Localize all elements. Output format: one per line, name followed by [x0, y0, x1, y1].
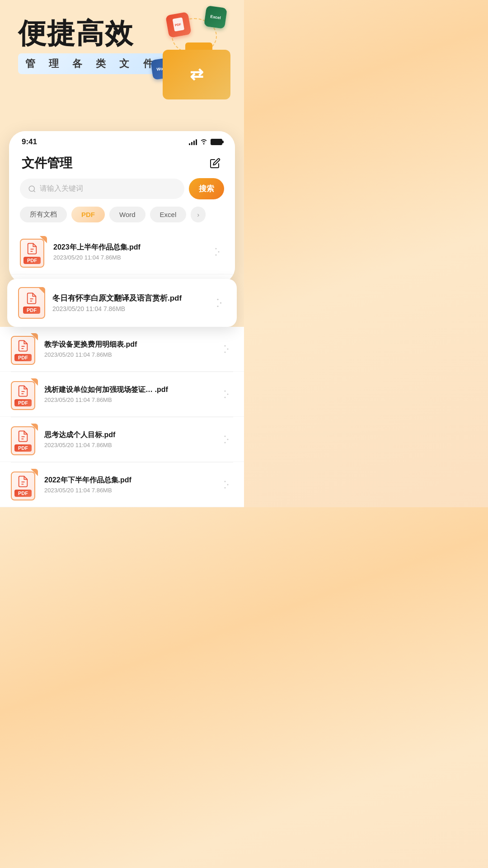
filter-tab-excel[interactable]: Excel	[150, 207, 187, 222]
pdf-file-icon: PDF	[20, 236, 47, 268]
dots-icon	[220, 479, 230, 490]
file-name: 教学设备更换费用明细表.pdf	[44, 340, 211, 349]
filter-tabs: 所有文档 PDF Word Excel ›	[9, 207, 235, 230]
pdf-file-icon-4: PDF	[11, 378, 38, 410]
floating-file-icon: PDF	[18, 287, 45, 319]
pdf-label: PDF	[14, 490, 32, 497]
file-item[interactable]: PDF 2023年上半年作品总集.pdf 2023/05/20 11:04 7.…	[9, 230, 235, 274]
file-meta: 2023/05/20 11:04 7.86MB	[44, 487, 211, 494]
floating-file-name: 冬日有怀李白原文翻译及语言赏析.pdf	[52, 293, 202, 303]
svg-point-20	[225, 487, 226, 489]
pdf-svg	[17, 385, 29, 397]
pdf-label-floating: PDF	[23, 307, 40, 314]
more-options-button[interactable]	[217, 476, 233, 493]
file-meta: 2023/05/20 11:04 7.86MB	[44, 396, 211, 403]
svg-point-14	[225, 397, 226, 398]
svg-point-3	[216, 248, 217, 250]
pdf-svg	[17, 340, 29, 352]
phone-mockup: 9:41 文件管理	[9, 131, 235, 283]
dots-icon	[220, 389, 230, 400]
file-info: 教学设备更换费用明细表.pdf 2023/05/20 11:04 7.86MB	[44, 340, 211, 358]
status-time: 9:41	[22, 137, 37, 146]
filter-tab-more[interactable]: ›	[191, 207, 206, 222]
svg-point-6	[217, 299, 218, 300]
search-placeholder: 请输入关键词	[40, 184, 83, 193]
file-meta: 2023/05/20 11:04 7.86MB	[44, 351, 211, 358]
app-header: 文件管理	[9, 150, 235, 178]
more-options-button[interactable]	[217, 341, 233, 357]
file-icon: PDF	[20, 236, 47, 268]
status-bar: 9:41	[9, 131, 235, 150]
edit-button[interactable]	[208, 156, 222, 170]
svg-point-16	[227, 439, 229, 440]
more-options-button[interactable]	[217, 386, 233, 402]
file-item[interactable]: PDF 浅析建设单位如何加强现场签证… .pdf 2023/05/20 11:0…	[0, 372, 244, 417]
file-meta: 2023/05/20 11:04 7.86MB	[53, 254, 202, 261]
file-item[interactable]: PDF 思考达成个人目标.pdf 2023/05/20 11:04 7.86MB	[0, 417, 244, 462]
filter-tab-pdf[interactable]: PDF	[71, 207, 105, 222]
pdf-file-icon-5: PDF	[11, 424, 38, 455]
pdf-file-icon-floating: PDF	[18, 287, 45, 319]
battery-icon	[211, 139, 222, 145]
pdf-badge-label: PDF	[171, 17, 186, 33]
file-item[interactable]: PDF 2022年下半年作品总集.pdf 2023/05/20 11:04 7.…	[0, 462, 244, 507]
file-icon: PDF	[11, 378, 38, 410]
status-icons	[189, 138, 222, 146]
pdf-svg	[26, 242, 38, 255]
filter-tab-all[interactable]: 所有文档	[20, 207, 67, 222]
svg-point-10	[227, 349, 229, 350]
pdf-file-icon-6: PDF	[11, 469, 38, 500]
svg-point-18	[225, 481, 226, 482]
pdf-svg	[17, 430, 29, 443]
floating-dots-icon	[212, 297, 224, 309]
filter-tab-word[interactable]: Word	[109, 207, 145, 222]
search-button[interactable]: 搜索	[189, 178, 224, 199]
more-options-button[interactable]	[217, 431, 233, 448]
pdf-label: PDF	[14, 354, 32, 361]
svg-point-17	[225, 442, 226, 443]
file-name: 思考达成个人目标.pdf	[44, 430, 211, 440]
excel-badge-label: Excel	[210, 14, 221, 20]
pdf-label: PDF	[14, 444, 32, 452]
svg-point-13	[227, 394, 229, 395]
svg-point-11	[225, 352, 226, 353]
svg-point-9	[225, 345, 226, 347]
hero-subtitle: 管 理 各 类 文 件	[18, 53, 166, 74]
file-icon: PDF	[11, 333, 38, 365]
search-input-wrap[interactable]: 请输入关键词	[20, 179, 184, 199]
hero-illustration: PDF Excel Word ⇄	[145, 5, 235, 104]
file-info: 2022年下半年作品总集.pdf 2023/05/20 11:04 7.86MB	[44, 476, 211, 494]
file-icon: PDF	[11, 424, 38, 455]
file-item[interactable]: PDF 教学设备更换费用明细表.pdf 2023/05/20 11:04 7.8…	[0, 327, 244, 372]
file-info: 思考达成个人目标.pdf 2023/05/20 11:04 7.86MB	[44, 430, 211, 448]
file-info: 2023年上半年作品总集.pdf 2023/05/20 11:04 7.86MB	[53, 243, 202, 261]
folder-body: ⇄	[163, 50, 230, 99]
svg-point-8	[217, 306, 218, 307]
signal-icon	[189, 139, 197, 145]
file-meta: 2023/05/20 11:04 7.86MB	[44, 442, 211, 448]
file-list: PDF 2023年上半年作品总集.pdf 2023/05/20 11:04 7.…	[9, 230, 235, 283]
floating-more-options-button[interactable]	[210, 295, 226, 311]
file-name: 2022年下半年作品总集.pdf	[44, 476, 211, 485]
excel-badge-icon: Excel	[204, 5, 227, 29]
pdf-svg	[17, 475, 29, 488]
floating-file-item[interactable]: PDF 冬日有怀李白原文翻译及语言赏析.pdf 2023/05/20 11:04…	[7, 279, 237, 327]
hero-section: 便捷高效 管 理 各 类 文 件 PDF Ex	[0, 0, 244, 127]
file-name: 2023年上半年作品总集.pdf	[53, 243, 202, 252]
floating-file-meta: 2023/05/20 11:04 7.86MB	[52, 305, 202, 312]
floating-file-info: 冬日有怀李白原文翻译及语言赏析.pdf 2023/05/20 11:04 7.8…	[52, 293, 202, 312]
svg-point-5	[216, 255, 217, 256]
file-icon: PDF	[11, 469, 38, 500]
dots-icon	[220, 434, 230, 445]
search-bar: 请输入关键词 搜索	[20, 178, 224, 199]
more-options-button[interactable]	[208, 244, 224, 260]
svg-point-15	[225, 436, 226, 437]
dots-icon	[211, 246, 221, 257]
wifi-icon	[200, 138, 208, 146]
svg-point-19	[227, 484, 229, 486]
svg-point-7	[220, 302, 221, 303]
pdf-svg	[25, 292, 38, 305]
remaining-files: PDF 教学设备更换费用明细表.pdf 2023/05/20 11:04 7.8…	[0, 327, 244, 507]
pdf-badge-icon: PDF	[165, 12, 192, 38]
svg-point-2	[29, 186, 34, 191]
